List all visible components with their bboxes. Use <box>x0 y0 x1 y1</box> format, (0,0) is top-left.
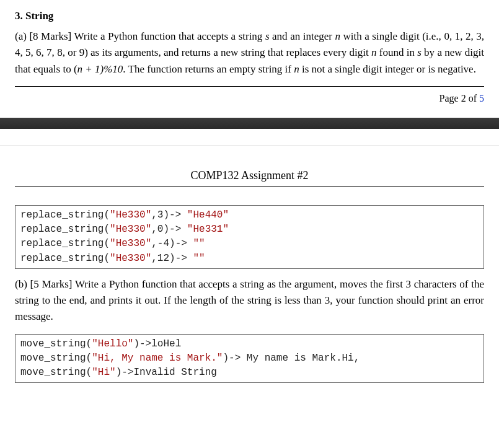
code-a-l3-str: "He330" <box>110 238 151 249</box>
page-total: 5 <box>479 93 484 103</box>
code-b-l2-str: "Hi, My name is Mark." <box>92 353 223 364</box>
code-a-l2-str: "He330" <box>110 224 151 235</box>
part-a-paragraph: (a) [8 Marks] Write a Python function th… <box>15 29 484 77</box>
code-example-a: replace_string("He330",3)-> "He440" repl… <box>15 205 484 269</box>
code-a-l1-str: "He330" <box>110 209 151 221</box>
code-a-l4-str: "He330" <box>110 253 151 264</box>
assignment-header: COMP132 Assignment #2 <box>0 146 499 186</box>
code-b-l1-fn: move_string( <box>20 338 92 349</box>
page-upper: 3. String (a) [8 Marks] Write a Python f… <box>0 0 499 118</box>
code-b-l3-str: "Hi" <box>92 367 115 378</box>
code-a-l3-fn: replace_string( <box>20 238 110 249</box>
code-a-l1-out: "He440" <box>187 209 229 221</box>
code-a-l1-sep: ,3)-> <box>151 209 187 221</box>
code-b-l3-fn: move_string( <box>20 367 92 378</box>
page-gap-shadow <box>0 118 499 129</box>
code-a-l2-out: "He331" <box>187 224 229 235</box>
part-b-paragraph: (b) [5 Marks] Write a Python function th… <box>15 276 484 325</box>
var-s-2: s <box>417 46 422 58</box>
part-a-text-2: and an integer <box>270 30 335 42</box>
question-heading: 3. String <box>15 10 484 22</box>
code-b-l1-tail: )->loHel <box>133 338 181 349</box>
formula: n + 1)%10 <box>77 63 123 75</box>
assignment-header-rule <box>15 186 484 187</box>
part-a-text-1: Write a Python function that accepts a s… <box>74 30 265 42</box>
page-lower: COMP132 Assignment #2 replace_string("He… <box>0 146 499 383</box>
part-b-label: (b) [5 Marks] <box>15 278 75 290</box>
page-current: 2 <box>461 93 466 103</box>
code-b-l2-fn: move_string( <box>20 353 92 364</box>
part-a-label: (a) [8 Marks] <box>15 30 74 42</box>
page-number: Page 2 of 5 <box>15 90 484 110</box>
code-a-l3-sep: ,-4)-> <box>151 238 193 249</box>
code-b-l3-tail: )->Invalid String <box>116 367 217 378</box>
part-a-text-6: . The function returns an empty string i… <box>123 63 294 75</box>
code-a-l4-sep: ,12)-> <box>151 253 193 264</box>
part-a-text-4: found in <box>376 46 417 58</box>
code-b-l1-str: "Hello" <box>92 338 133 349</box>
footer-rule <box>15 86 484 87</box>
code-example-b: move_string("Hello")->loHel move_string(… <box>15 334 484 384</box>
var-s: s <box>265 30 270 42</box>
page-of: of <box>466 93 479 103</box>
code-a-l1-fn: replace_string( <box>20 209 110 221</box>
code-a-l3-out: "" <box>193 238 205 249</box>
var-n: n <box>335 30 340 42</box>
code-a-l2-fn: replace_string( <box>20 224 110 235</box>
code-a-l4-fn: replace_string( <box>20 253 110 264</box>
page-gap <box>0 129 499 146</box>
code-a-l2-sep: ,0)-> <box>151 224 187 235</box>
part-a-text-7: is not a single digit integer or is nega… <box>299 63 476 75</box>
page-prefix: Page <box>439 93 461 103</box>
code-b-l2-tail: )-> My name is Mark.Hi, <box>223 353 360 364</box>
part-b-text: Write a Python function that accepts a s… <box>15 278 484 323</box>
var-n-3: n <box>294 63 299 75</box>
code-a-l4-out: "" <box>193 253 205 264</box>
